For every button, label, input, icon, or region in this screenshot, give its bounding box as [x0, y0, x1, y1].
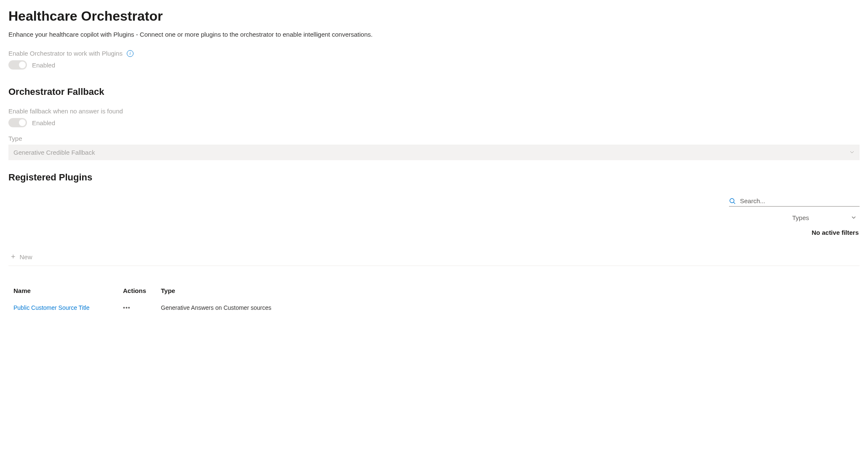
svg-line-1	[734, 202, 735, 204]
page-title: Healthcare Orchestrator	[8, 8, 860, 24]
table-header: Name Actions Type	[8, 283, 860, 298]
fallback-type-value: Generative Credible Fallback	[13, 149, 95, 156]
enable-orchestrator-text: Enable Orchestrator to work with Plugins	[8, 50, 123, 57]
toggle-knob	[19, 62, 26, 68]
divider	[8, 266, 860, 266]
fallback-type-label: Type	[8, 135, 860, 142]
enable-orchestrator-state: Enabled	[32, 62, 55, 69]
chevron-down-icon	[851, 214, 856, 221]
enable-fallback-label: Enable fallback when no answer is found	[8, 107, 123, 115]
plugin-name-link[interactable]: Public Customer Source Title	[13, 304, 90, 311]
enable-fallback-state: Enabled	[32, 119, 55, 126]
svg-point-0	[730, 199, 734, 203]
types-filter-label: Types	[792, 214, 809, 221]
plugin-type: Generative Answers on Customer sources	[161, 304, 855, 311]
enable-fallback-toggle[interactable]	[8, 118, 27, 127]
enable-orchestrator-toggle[interactable]	[8, 60, 27, 70]
search-icon	[729, 198, 736, 204]
new-plugin-button[interactable]: + New	[8, 249, 35, 265]
row-actions-menu[interactable]: •••	[123, 304, 131, 311]
plus-icon: +	[11, 253, 16, 261]
toggle-knob	[19, 119, 26, 126]
page-description: Enhance your healthcare copilot with Plu…	[8, 31, 860, 38]
enable-orchestrator-label: Enable Orchestrator to work with Plugins…	[8, 50, 134, 57]
no-active-filters: No active filters	[812, 229, 860, 236]
search-input[interactable]	[740, 197, 860, 204]
plugins-table: Name Actions Type Public Customer Source…	[8, 283, 860, 317]
plugins-title: Registered Plugins	[8, 172, 860, 183]
column-header-actions[interactable]: Actions	[123, 287, 161, 294]
fallback-title: Orchestrator Fallback	[8, 86, 860, 97]
column-header-type[interactable]: Type	[161, 287, 855, 294]
column-header-name[interactable]: Name	[13, 287, 123, 294]
info-icon[interactable]: i	[127, 50, 134, 57]
types-filter-dropdown[interactable]: Types	[792, 214, 860, 221]
search-container[interactable]	[729, 196, 860, 207]
fallback-type-select[interactable]: Generative Credible Fallback	[8, 145, 860, 160]
enable-fallback-text: Enable fallback when no answer is found	[8, 107, 123, 115]
new-button-label: New	[20, 253, 32, 261]
table-row: Public Customer Source Title ••• Generat…	[8, 298, 860, 317]
chevron-down-icon	[849, 149, 855, 156]
